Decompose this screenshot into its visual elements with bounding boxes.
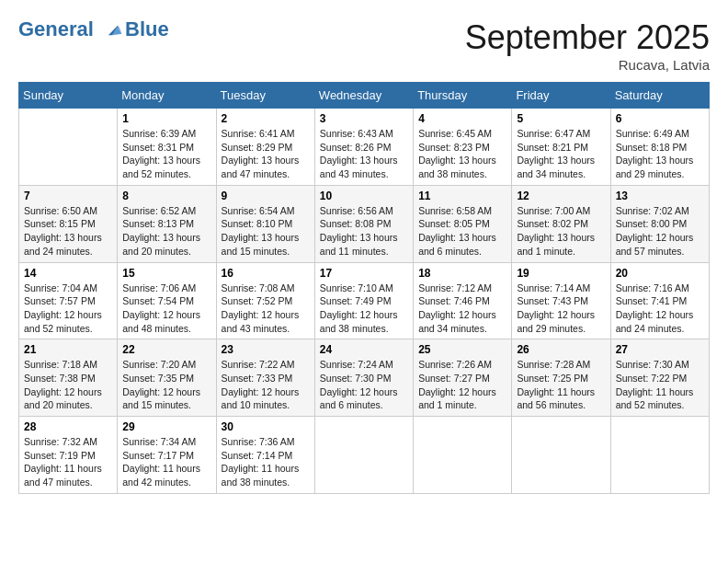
- day-number: 16: [222, 267, 310, 280]
- day-info: Sunrise: 6:41 AM Sunset: 8:29 PM Dayligh…: [222, 127, 310, 181]
- location: Rucava, Latvia: [465, 57, 710, 73]
- day-number: 19: [517, 267, 605, 280]
- day-number: 12: [517, 190, 605, 202]
- calendar-cell: 8Sunrise: 6:52 AM Sunset: 8:13 PM Daylig…: [118, 185, 216, 262]
- day-number: 24: [320, 343, 408, 356]
- day-info: Sunrise: 7:36 AM Sunset: 7:14 PM Dayligh…: [222, 435, 310, 489]
- day-number: 20: [616, 267, 704, 280]
- calendar-cell: 22Sunrise: 7:20 AM Sunset: 7:35 PM Dayli…: [118, 339, 216, 417]
- calendar-cell: 25Sunrise: 7:26 AM Sunset: 7:27 PM Dayli…: [414, 339, 512, 417]
- calendar-cell: 14Sunrise: 7:04 AM Sunset: 7:57 PM Dayli…: [19, 262, 118, 339]
- weekday-header: Wednesday: [314, 83, 413, 109]
- calendar-cell: 29Sunrise: 7:34 AM Sunset: 7:17 PM Dayli…: [118, 417, 216, 494]
- calendar-cell: 15Sunrise: 7:06 AM Sunset: 7:54 PM Dayli…: [118, 262, 216, 339]
- calendar-cell: 24Sunrise: 7:24 AM Sunset: 7:30 PM Dayli…: [314, 339, 413, 417]
- calendar-cell: 28Sunrise: 7:32 AM Sunset: 7:19 PM Dayli…: [19, 417, 118, 494]
- day-number: 1: [122, 112, 210, 125]
- day-info: Sunrise: 6:47 AM Sunset: 8:21 PM Dayligh…: [517, 127, 605, 181]
- calendar-cell: 6Sunrise: 6:49 AM Sunset: 8:18 PM Daylig…: [610, 109, 709, 186]
- weekday-header: Monday: [118, 83, 216, 109]
- day-number: 29: [122, 420, 210, 433]
- day-info: Sunrise: 7:20 AM Sunset: 7:35 PM Dayligh…: [122, 358, 210, 412]
- day-number: 11: [418, 190, 506, 202]
- day-number: 17: [320, 267, 408, 280]
- day-info: Sunrise: 7:34 AM Sunset: 7:17 PM Dayligh…: [122, 435, 210, 489]
- day-info: Sunrise: 6:58 AM Sunset: 8:05 PM Dayligh…: [418, 204, 506, 259]
- day-info: Sunrise: 7:16 AM Sunset: 7:41 PM Dayligh…: [616, 282, 704, 336]
- day-info: Sunrise: 6:45 AM Sunset: 8:23 PM Dayligh…: [418, 127, 506, 181]
- calendar-cell: 7Sunrise: 6:50 AM Sunset: 8:15 PM Daylig…: [19, 185, 118, 262]
- day-info: Sunrise: 6:50 AM Sunset: 8:15 PM Dayligh…: [24, 204, 112, 259]
- day-number: 7: [24, 190, 112, 202]
- month-title: September 2025: [465, 18, 710, 57]
- weekday-header: Sunday: [19, 83, 118, 109]
- day-info: Sunrise: 7:26 AM Sunset: 7:27 PM Dayligh…: [418, 358, 506, 412]
- day-number: 18: [418, 267, 506, 280]
- weekday-header: Thursday: [414, 83, 512, 109]
- day-info: Sunrise: 7:00 AM Sunset: 8:02 PM Dayligh…: [517, 204, 605, 259]
- calendar-cell: [314, 417, 413, 494]
- calendar-cell: [610, 417, 709, 494]
- calendar-cell: 3Sunrise: 6:43 AM Sunset: 8:26 PM Daylig…: [314, 109, 413, 186]
- calendar-cell: 17Sunrise: 7:10 AM Sunset: 7:49 PM Dayli…: [314, 262, 413, 339]
- calendar-cell: 1Sunrise: 6:39 AM Sunset: 8:31 PM Daylig…: [118, 109, 216, 186]
- day-info: Sunrise: 7:24 AM Sunset: 7:30 PM Dayligh…: [320, 358, 408, 412]
- day-number: 3: [320, 112, 408, 125]
- calendar-cell: [19, 109, 118, 186]
- day-number: 13: [616, 190, 704, 202]
- day-number: 22: [122, 343, 210, 356]
- day-info: Sunrise: 6:49 AM Sunset: 8:18 PM Dayligh…: [616, 127, 704, 181]
- day-info: Sunrise: 6:52 AM Sunset: 8:13 PM Dayligh…: [122, 204, 210, 259]
- day-number: 21: [24, 343, 112, 356]
- weekday-header: Tuesday: [216, 83, 314, 109]
- day-number: 4: [418, 112, 506, 125]
- calendar-cell: 10Sunrise: 6:56 AM Sunset: 8:08 PM Dayli…: [314, 185, 413, 262]
- page-header: General Blue September 2025 Rucava, Latv…: [18, 18, 710, 73]
- day-number: 5: [517, 112, 605, 125]
- calendar-cell: 2Sunrise: 6:41 AM Sunset: 8:29 PM Daylig…: [216, 109, 314, 186]
- calendar-cell: 11Sunrise: 6:58 AM Sunset: 8:05 PM Dayli…: [414, 185, 512, 262]
- calendar-week-row: 1Sunrise: 6:39 AM Sunset: 8:31 PM Daylig…: [19, 109, 710, 186]
- calendar-header-row: SundayMondayTuesdayWednesdayThursdayFrid…: [19, 83, 710, 109]
- weekday-header: Saturday: [610, 83, 709, 109]
- calendar-cell: [414, 417, 512, 494]
- day-info: Sunrise: 7:08 AM Sunset: 7:52 PM Dayligh…: [222, 282, 310, 336]
- calendar-cell: 20Sunrise: 7:16 AM Sunset: 7:41 PM Dayli…: [610, 262, 709, 339]
- day-info: Sunrise: 6:43 AM Sunset: 8:26 PM Dayligh…: [320, 127, 408, 181]
- day-number: 15: [122, 267, 210, 280]
- calendar-cell: 4Sunrise: 6:45 AM Sunset: 8:23 PM Daylig…: [414, 109, 512, 186]
- calendar-cell: 16Sunrise: 7:08 AM Sunset: 7:52 PM Dayli…: [216, 262, 314, 339]
- calendar-cell: 12Sunrise: 7:00 AM Sunset: 8:02 PM Dayli…: [512, 185, 610, 262]
- day-info: Sunrise: 7:22 AM Sunset: 7:33 PM Dayligh…: [222, 358, 310, 412]
- day-info: Sunrise: 7:18 AM Sunset: 7:38 PM Dayligh…: [24, 358, 112, 412]
- calendar-cell: [512, 417, 610, 494]
- day-info: Sunrise: 6:56 AM Sunset: 8:08 PM Dayligh…: [320, 204, 408, 259]
- calendar-cell: 30Sunrise: 7:36 AM Sunset: 7:14 PM Dayli…: [216, 417, 314, 494]
- day-number: 23: [222, 343, 310, 356]
- calendar-week-row: 14Sunrise: 7:04 AM Sunset: 7:57 PM Dayli…: [19, 262, 710, 339]
- day-number: 8: [122, 190, 210, 202]
- day-info: Sunrise: 7:30 AM Sunset: 7:22 PM Dayligh…: [616, 358, 704, 412]
- day-number: 26: [517, 343, 605, 356]
- day-info: Sunrise: 7:28 AM Sunset: 7:25 PM Dayligh…: [517, 358, 605, 412]
- day-number: 9: [222, 190, 310, 202]
- calendar-week-row: 21Sunrise: 7:18 AM Sunset: 7:38 PM Dayli…: [19, 339, 710, 417]
- day-number: 27: [616, 343, 704, 356]
- day-info: Sunrise: 7:32 AM Sunset: 7:19 PM Dayligh…: [24, 435, 112, 489]
- calendar-cell: 23Sunrise: 7:22 AM Sunset: 7:33 PM Dayli…: [216, 339, 314, 417]
- day-number: 6: [616, 112, 704, 125]
- day-info: Sunrise: 7:06 AM Sunset: 7:54 PM Dayligh…: [122, 282, 210, 336]
- calendar-cell: 5Sunrise: 6:47 AM Sunset: 8:21 PM Daylig…: [512, 109, 610, 186]
- day-number: 25: [418, 343, 506, 356]
- day-info: Sunrise: 7:02 AM Sunset: 8:00 PM Dayligh…: [616, 204, 704, 259]
- day-info: Sunrise: 7:10 AM Sunset: 7:49 PM Dayligh…: [320, 282, 408, 336]
- day-info: Sunrise: 6:54 AM Sunset: 8:10 PM Dayligh…: [222, 204, 310, 259]
- day-info: Sunrise: 6:39 AM Sunset: 8:31 PM Dayligh…: [122, 127, 210, 181]
- calendar-cell: 27Sunrise: 7:30 AM Sunset: 7:22 PM Dayli…: [610, 339, 709, 417]
- calendar-cell: 26Sunrise: 7:28 AM Sunset: 7:25 PM Dayli…: [512, 339, 610, 417]
- day-number: 28: [24, 420, 112, 433]
- logo-text: General: [18, 18, 123, 40]
- day-number: 2: [222, 112, 310, 125]
- calendar-cell: 18Sunrise: 7:12 AM Sunset: 7:46 PM Dayli…: [414, 262, 512, 339]
- day-number: 30: [222, 420, 310, 433]
